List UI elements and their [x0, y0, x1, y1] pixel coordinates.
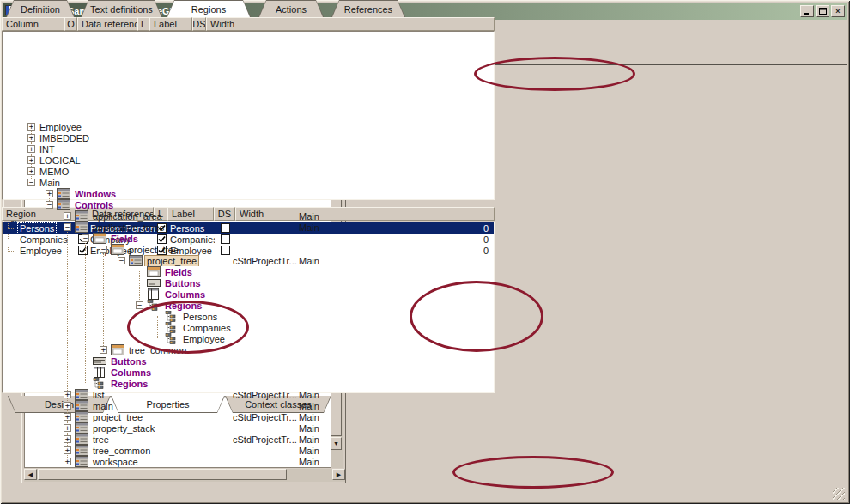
tree-row[interactable]: Persons: [25, 311, 331, 322]
class-cell: Main: [299, 434, 331, 445]
hscrollbar-thumb[interactable]: [38, 469, 287, 480]
collapse-icon[interactable]: −: [64, 223, 71, 231]
designer-window: e:\Sample\Sample.dev : SampleGUI - Desig…: [0, 0, 850, 504]
columns-header-o[interactable]: O: [64, 17, 77, 31]
tree-row[interactable]: Employee: [25, 333, 331, 344]
columns-header-ds[interactable]: DS: [192, 17, 206, 31]
tree-row[interactable]: +Windows: [25, 188, 331, 199]
tree-row-label: workspace: [91, 457, 140, 467]
expand-icon[interactable]: +: [64, 413, 71, 421]
tree-row-label: application_area: [91, 211, 164, 222]
tree-indent: [154, 324, 161, 331]
tree-indent: [136, 268, 143, 276]
tree-row[interactable]: +listcStdProjectTr...Main: [25, 389, 331, 400]
resize-grip[interactable]: [833, 488, 845, 500]
expand-icon[interactable]: +: [64, 212, 71, 220]
columns-header-data-reference[interactable]: Data reference: [77, 17, 137, 31]
tree-row-label: tree_common: [127, 345, 188, 355]
class-cell: Main: [299, 211, 331, 222]
context-class-cell: cStdProjectTr...: [233, 390, 299, 400]
tree-row[interactable]: +MEMO: [25, 166, 331, 177]
columns-icon: [93, 367, 106, 378]
folder-icon: [111, 244, 124, 255]
expand-icon[interactable]: +: [64, 446, 71, 454]
tab-label: Regions: [167, 1, 250, 17]
tree-row-label: Buttons: [109, 356, 149, 367]
collapse-icon[interactable]: −: [46, 201, 53, 209]
collapse-icon[interactable]: −: [118, 257, 125, 264]
regions-icon: [93, 378, 106, 389]
tab-actions[interactable]: Actions: [258, 0, 324, 17]
columns-header-width[interactable]: Width: [206, 17, 495, 31]
scroll-right-icon[interactable]: ▶: [332, 469, 345, 480]
tree-row-label: project_tree: [127, 245, 180, 255]
tree-row[interactable]: −project_tree: [25, 244, 331, 255]
tree-row[interactable]: +application_areaMain: [25, 210, 331, 222]
tree-row[interactable]: −application_treesMain: [25, 222, 331, 233]
tree-row[interactable]: +IMBEDDED: [25, 132, 331, 143]
expand-icon[interactable]: +: [46, 190, 53, 197]
tree-row-label: tree_common: [91, 446, 152, 456]
tree-row[interactable]: +workspaceMain: [25, 456, 331, 467]
maximize-button[interactable]: [816, 5, 829, 17]
form-icon: [75, 400, 88, 411]
tree-row[interactable]: −Main: [25, 177, 331, 188]
expand-icon[interactable]: +: [27, 145, 35, 153]
tree-row[interactable]: Columns: [25, 288, 331, 300]
tree-hscrollbar[interactable]: ◀ ▶: [24, 469, 345, 482]
tree-row[interactable]: −Fields: [25, 233, 331, 244]
collapse-icon[interactable]: −: [136, 301, 143, 309]
tree-row[interactable]: +Employee: [25, 121, 331, 132]
expand-icon[interactable]: +: [27, 123, 35, 131]
tree-row[interactable]: Buttons: [25, 277, 331, 288]
tree-row[interactable]: Regions: [25, 378, 331, 389]
context-class-cell: cStdProjectTr...: [233, 434, 299, 445]
tree-indent: [82, 368, 89, 376]
expand-icon[interactable]: +: [64, 435, 71, 443]
tree-row[interactable]: +mainMain: [25, 400, 331, 411]
expand-icon[interactable]: +: [64, 391, 71, 398]
expand-icon[interactable]: +: [64, 458, 71, 465]
expand-icon[interactable]: +: [64, 402, 71, 410]
tree-row[interactable]: Buttons: [25, 355, 331, 367]
columns-header-column[interactable]: Column: [2, 17, 64, 31]
expand-icon[interactable]: +: [64, 424, 71, 432]
scroll-left-icon[interactable]: ◀: [24, 469, 37, 480]
expand-icon[interactable]: +: [27, 156, 35, 164]
close-button[interactable]: ×: [831, 5, 845, 17]
collapse-icon[interactable]: −: [27, 179, 35, 186]
form-icon: [75, 434, 88, 445]
expand-icon[interactable]: +: [100, 346, 107, 354]
tab-definition[interactable]: Definition: [6, 0, 75, 17]
tab-regions[interactable]: Regions: [167, 0, 251, 17]
tree-row[interactable]: −project_treecStdProjectTr...Main: [25, 255, 331, 266]
form-icon: [75, 411, 88, 422]
tab-text-definitions[interactable]: Text definitions: [81, 0, 162, 17]
tree-row[interactable]: +tree_common: [25, 344, 331, 355]
minimize-button[interactable]: [800, 5, 814, 17]
scroll-down-icon[interactable]: ▼: [331, 437, 342, 450]
tree-row[interactable]: Columns: [25, 367, 331, 378]
expand-icon[interactable]: +: [27, 134, 35, 142]
columns-header-l[interactable]: L: [137, 17, 149, 31]
columns-header-label[interactable]: Label: [149, 17, 192, 31]
tree-row[interactable]: +treecStdProjectTr...Main: [25, 434, 331, 445]
tree-row[interactable]: +project_treecStdProjectTr...Main: [25, 411, 331, 422]
tree-row[interactable]: +tree_commonMain: [25, 445, 331, 456]
class-cell: Main: [299, 423, 331, 434]
expand-icon[interactable]: +: [27, 167, 35, 175]
tree-row[interactable]: −Regions: [25, 300, 331, 311]
tree-row[interactable]: +LOGICAL: [25, 155, 331, 166]
tree-row[interactable]: +INT: [25, 143, 331, 155]
form-icon: [75, 422, 88, 434]
tree-row-label: tree: [91, 434, 111, 445]
tree-row[interactable]: Companies: [25, 322, 331, 333]
tree-row[interactable]: Fields: [25, 266, 331, 277]
tree-row-label: Employee: [38, 122, 83, 132]
tree-row[interactable]: +property_stackMain: [25, 422, 331, 434]
collapse-icon[interactable]: −: [100, 246, 107, 253]
tree-stub: [8, 246, 15, 252]
tab-references[interactable]: References: [331, 0, 405, 17]
collapse-icon[interactable]: −: [82, 234, 89, 242]
tree-row[interactable]: −Controls: [25, 199, 331, 210]
